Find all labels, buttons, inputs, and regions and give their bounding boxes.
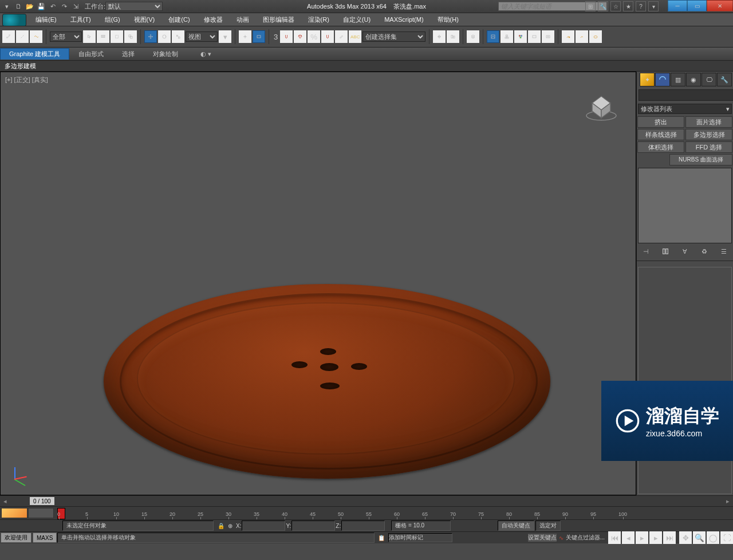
set-key-btn2[interactable] <box>28 508 54 518</box>
orbit-icon[interactable]: ◯ <box>707 531 719 544</box>
move-tool-icon[interactable] <box>144 30 157 43</box>
tab-objpaint[interactable]: 对象绘制 <box>144 48 187 60</box>
coord-mode-icon[interactable]: ⊕ <box>228 523 232 529</box>
new-icon[interactable]: ▾ <box>2 2 11 11</box>
abc-icon[interactable]: ABC <box>349 30 361 43</box>
mod-btn-splinesel[interactable]: 样条线选择 <box>637 129 684 140</box>
bind-space-icon[interactable] <box>30 30 42 43</box>
menu-rendering[interactable]: 渲染(R) <box>301 14 336 25</box>
redo-icon[interactable]: ↷ <box>60 2 69 11</box>
mod-btn-patchsel[interactable]: 面片选择 <box>685 116 732 128</box>
x-value[interactable] <box>242 520 285 531</box>
menu-views[interactable]: 视图(V) <box>127 14 162 25</box>
menu-create[interactable]: 创建(C) <box>161 14 196 25</box>
menu-grapheditors[interactable]: 图形编辑器 <box>256 14 301 25</box>
mod-btn-volsel[interactable]: 体积选择 <box>637 141 684 153</box>
mod-btn-ffdsel[interactable]: FFD 选择 <box>685 141 732 153</box>
app-menu-button[interactable] <box>2 14 26 26</box>
manipulate-icon[interactable] <box>239 30 251 43</box>
help-dropdown-icon[interactable]: ▾ <box>648 1 659 11</box>
pan-icon[interactable]: ✥ <box>679 531 692 544</box>
pivot-icon[interactable]: ▾ <box>219 30 231 43</box>
grid-icon[interactable]: ⊞ <box>585 1 596 11</box>
z-value[interactable] <box>341 520 385 531</box>
select-name-icon[interactable] <box>97 30 109 43</box>
link-icon[interactable]: ⇲ <box>71 2 80 11</box>
tab-graphite[interactable]: Graphite 建模工具 <box>0 48 69 60</box>
y-value[interactable] <box>291 520 335 531</box>
mod-btn-nurbs[interactable]: NURBS 曲面选择 <box>669 154 732 165</box>
help-icon[interactable]: ? <box>636 1 646 11</box>
modifier-list-dropdown[interactable]: 修改器列表 <box>638 104 732 114</box>
menu-maxscript[interactable]: MAXScript(M) <box>377 15 430 24</box>
render-iter-icon[interactable] <box>576 30 588 43</box>
ribbon-collapse-icon[interactable]: ◐ ▾ <box>199 47 212 61</box>
tab-selection[interactable]: 选择 <box>113 48 144 60</box>
key-icon[interactable]: ∿ <box>559 535 563 541</box>
fav-icon[interactable]: ★ <box>623 1 633 11</box>
hierarchy-tab-icon[interactable]: ▥ <box>671 73 685 86</box>
workspace-dropdown[interactable]: 默认 <box>105 2 163 11</box>
tab-freeform[interactable]: 自由形式 <box>69 48 113 60</box>
modifier-stack[interactable] <box>638 168 732 243</box>
rotate-tool-icon[interactable] <box>158 30 171 43</box>
modify-tab-icon[interactable] <box>655 73 670 86</box>
curve-editor-icon[interactable] <box>487 30 499 43</box>
create-tab-icon[interactable]: ✦ <box>640 73 655 86</box>
menu-group[interactable]: 组(G) <box>98 14 127 25</box>
time-ruler[interactable]: 0510152025303540455055606570758085909510… <box>0 507 733 520</box>
render-frame-icon[interactable] <box>542 30 554 43</box>
remove-mod-icon[interactable]: ♻ <box>700 247 709 256</box>
config-icon[interactable]: ☰ <box>719 247 728 256</box>
unique-icon[interactable]: ∀ <box>680 247 689 256</box>
material-editor-icon[interactable] <box>514 30 527 43</box>
unlink-tool-icon[interactable] <box>16 30 29 43</box>
undo-icon[interactable]: ↶ <box>48 2 57 11</box>
time-slider[interactable]: ◂ 0 / 100 ▸ <box>0 495 733 507</box>
setkey-button[interactable]: 设置关键点 <box>528 534 557 542</box>
edit-set-icon[interactable] <box>335 30 348 43</box>
menu-animation[interactable]: 动画 <box>230 14 256 25</box>
window-crossing-icon[interactable] <box>124 30 137 43</box>
object-name-input[interactable] <box>639 89 733 101</box>
spinner-snap-icon[interactable] <box>321 30 334 43</box>
lock-icon[interactable]: 🔒 <box>218 523 224 529</box>
maximize-vp-icon[interactable]: ⛶ <box>720 531 733 544</box>
keyfilter-button[interactable]: 关键点过滤器... <box>566 534 605 542</box>
viewcube[interactable] <box>584 89 613 118</box>
star-icon[interactable]: ☆ <box>610 1 621 11</box>
sel-dd[interactable]: 选定对 <box>535 520 561 531</box>
layer-mgr-icon[interactable] <box>467 30 479 43</box>
play-icon[interactable]: ▸ <box>636 531 648 544</box>
ref-coord-dropdown[interactable]: 视图 <box>186 31 218 42</box>
angle-snap-icon[interactable] <box>294 30 306 43</box>
schematic-icon[interactable] <box>501 30 513 43</box>
new-file-icon[interactable]: 🗋 <box>14 2 23 11</box>
frame-indicator[interactable]: 0 / 100 <box>30 497 54 505</box>
snap-icon[interactable] <box>280 30 293 43</box>
scale-tool-icon[interactable] <box>172 30 184 43</box>
workspace-selector[interactable]: 工作台: 默认 <box>85 2 163 11</box>
link-tool-icon[interactable] <box>2 30 15 43</box>
minimize-button[interactable]: ─ <box>668 0 687 11</box>
welcome-btn[interactable]: 欢迎使用 <box>1 533 31 543</box>
menu-help[interactable]: 帮助(H) <box>431 14 466 25</box>
percent-snap-icon[interactable]: % <box>308 30 320 43</box>
set-key-btn1[interactable] <box>1 508 27 518</box>
show-end-icon[interactable] <box>661 247 670 256</box>
tool-icon[interactable]: 🔧 <box>598 1 608 11</box>
utilities-tab-icon[interactable]: 🔧 <box>717 73 732 86</box>
mod-btn-extrude[interactable]: 挤出 <box>637 116 684 128</box>
open-icon[interactable]: 📂 <box>25 2 34 11</box>
goto-start-icon[interactable]: ⏮ <box>608 531 621 544</box>
viewport-label[interactable]: [+] [正交] [真实] <box>5 76 48 84</box>
pin-stack-icon[interactable]: ⊣ <box>641 247 651 256</box>
autokey-button[interactable]: 自动关键点 <box>498 520 534 531</box>
menu-modifiers[interactable]: 修改器 <box>197 14 230 25</box>
viewport[interactable]: [+] [正交] [真实] <box>0 72 636 495</box>
render-setup-icon[interactable] <box>528 30 541 43</box>
ribbon-panel[interactable]: 多边形建模 <box>0 61 733 72</box>
mirror-icon[interactable] <box>433 30 446 43</box>
save-icon[interactable]: 💾 <box>37 2 46 11</box>
maximize-button[interactable]: ▭ <box>687 0 707 11</box>
